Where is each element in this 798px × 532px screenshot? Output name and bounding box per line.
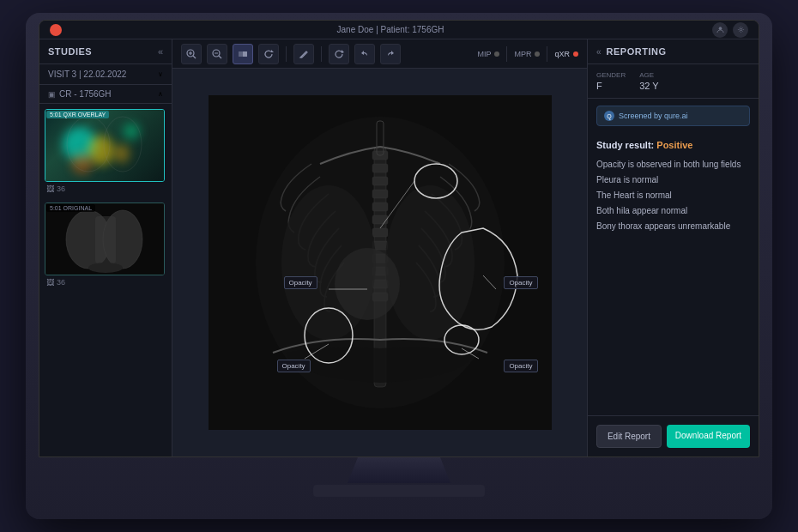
svg-marker-18 (271, 50, 274, 52)
visit-label: VISIT 3 | 22.02.2022 (48, 70, 126, 79)
redo-button[interactable] (380, 44, 401, 64)
sidebar-header: STUDIES « (39, 39, 172, 64)
svg-rect-30 (372, 228, 388, 237)
svg-rect-29 (372, 215, 388, 224)
top-bar-actions (712, 22, 748, 38)
reporting-title: REPORTING (607, 46, 667, 57)
overlay-count: 🖼 36 (45, 182, 166, 196)
qxr-badge[interactable]: qXR (554, 50, 578, 58)
qure-icon: Q (604, 111, 614, 121)
finding-2: Pleura is normal (596, 172, 750, 188)
undo-button[interactable] (354, 44, 375, 64)
original-badge: 5:01 ORIGINAL (46, 204, 95, 212)
xray-image: Opacity Opacity Opacity Opacity (209, 95, 552, 430)
window-level-button[interactable] (233, 44, 253, 64)
edit-report-button[interactable]: Edit Report (596, 425, 662, 448)
screened-badge: Q Screened by qure.ai (596, 106, 750, 126)
annotation-opacity-right-mid: Opacity (504, 276, 537, 289)
svg-point-3 (104, 117, 142, 172)
toolbar-divider-2 (321, 46, 322, 62)
center-viewer: MIP MPR qXR (172, 39, 587, 456)
finding-3: The Heart is normal (596, 188, 750, 203)
sidebar-title: STUDIES (48, 46, 92, 57)
qxr-dot (573, 51, 578, 57)
report-actions: Edit Report Download Report (588, 415, 759, 456)
svg-line-10 (193, 56, 196, 58)
patient-info: GENDER F AGE 32 Y (588, 64, 759, 99)
svg-rect-26 (372, 177, 388, 185)
overlay-badge: 5:01 QXR OVERLAY (46, 111, 109, 118)
svg-rect-27 (372, 190, 388, 198)
page-title: Jane Doe | Patient: 1756GH (69, 25, 712, 34)
svg-point-38 (335, 248, 400, 320)
mip-badge[interactable]: MIP (477, 50, 499, 58)
mpr-dot (535, 51, 540, 57)
app-logo (50, 24, 62, 36)
patient-gender: GENDER F (596, 71, 626, 91)
monitor-base (313, 485, 485, 497)
finding-1: Opacity is observed in both lung fields (596, 157, 750, 172)
visit-row[interactable]: VISIT 3 | 22.02.2022 ∨ (39, 64, 172, 85)
annotation-opacity-left-lower: Opacity (277, 360, 311, 372)
settings-icon[interactable] (733, 22, 748, 38)
thumbnail-list: 🖼 36 5:01 QXR OVERLAY (39, 104, 172, 294)
thumbnail-overlay[interactable]: 🖼 36 5:01 QXR OVERLAY (45, 109, 166, 196)
svg-point-37 (385, 185, 475, 340)
svg-point-8 (88, 263, 123, 273)
svg-point-0 (718, 27, 722, 30)
user-icon[interactable] (712, 22, 728, 38)
viewer-toolbar: MIP MPR qXR (172, 39, 587, 69)
annotation-opacity-left-mid: Opacity (284, 276, 317, 289)
viewer-content: Opacity Opacity Opacity Opacity (172, 69, 587, 456)
toolbar-divider-3 (506, 46, 507, 62)
reporting-header: « REPORTING (588, 39, 759, 64)
study-header: ▣ CR - 1756GH ∧ (39, 85, 172, 104)
patient-age: AGE 32 Y (639, 71, 658, 91)
study-file-icon: ▣ (48, 90, 56, 99)
draw-button[interactable] (293, 44, 314, 64)
svg-point-2 (67, 117, 110, 172)
svg-rect-28 (372, 203, 388, 211)
original-image (45, 203, 164, 275)
original-count: 🖼 36 (45, 275, 166, 289)
finding-4: Both hila appear normal (596, 203, 750, 219)
study-result-title: Study result: Positive (596, 140, 750, 150)
right-panel: « REPORTING GENDER F AGE 32 Y (587, 39, 759, 456)
zoom-in-button[interactable] (181, 44, 202, 64)
reset-button[interactable] (258, 44, 279, 64)
zoom-out-button[interactable] (207, 44, 227, 64)
top-bar: Jane Doe | Patient: 1756GH (39, 21, 759, 39)
overlay-image (45, 110, 164, 181)
svg-line-14 (219, 56, 221, 58)
left-sidebar: STUDIES « VISIT 3 | 22.02.2022 ∨ ▣ CR - … (39, 39, 172, 456)
study-label: ▣ CR - 1756GH (48, 89, 112, 99)
report-section: Study result: Positive Opacity is observ… (588, 133, 759, 415)
svg-rect-25 (372, 164, 388, 172)
rotate-button[interactable] (329, 44, 349, 64)
thumbnail-original[interactable]: 🖼 36 5:01 ORIGINAL (45, 203, 166, 289)
mip-dot (494, 51, 499, 57)
xray-viewport: Opacity Opacity Opacity Opacity (209, 95, 552, 430)
annotation-opacity-right-lower: Opacity (504, 360, 537, 372)
reporting-collapse-button[interactable]: « (596, 47, 602, 57)
svg-rect-7 (95, 216, 116, 263)
svg-rect-17 (243, 51, 247, 57)
visit-chevron: ∨ (158, 70, 163, 78)
finding-5: Bony thorax appears unremarkable (596, 219, 750, 234)
toolbar-divider-1 (286, 46, 287, 62)
svg-marker-20 (342, 50, 344, 53)
sidebar-collapse-button[interactable]: « (158, 46, 163, 57)
monitor-stand (348, 457, 450, 483)
toolbar-divider-4 (547, 46, 547, 62)
svg-rect-16 (239, 51, 243, 57)
download-report-button[interactable]: Download Report (667, 425, 750, 448)
svg-point-1 (740, 28, 742, 31)
mpr-badge[interactable]: MPR (514, 50, 540, 58)
study-chevron: ∧ (158, 90, 163, 98)
